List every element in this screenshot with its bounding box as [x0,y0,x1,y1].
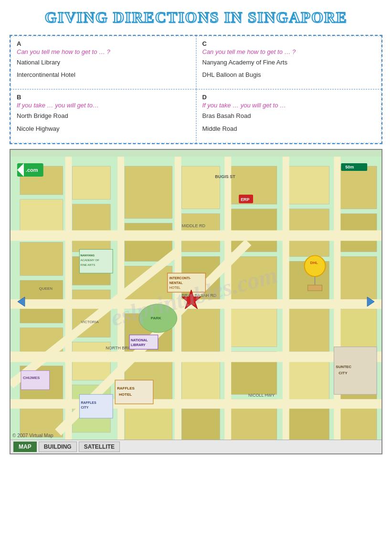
svg-text:ERP: ERP [241,197,249,202]
cell-d: D If you take … you will get to … Bras B… [196,89,382,143]
cell-c-item-1: Nanyang Academy of Fine Arts [202,58,376,67]
svg-text:RAFFLES: RAFFLES [81,401,96,404]
svg-text:MIDDLE RD: MIDDLE RD [182,223,206,228]
svg-rect-37 [286,404,329,442]
svg-text:.com: .com [26,167,38,173]
cell-a-question: Can you tell me how to get to … ? [17,48,190,55]
map-svg: MIDDLE RD BRAS BASAH RD NORTH BRIDGE RD … [11,150,381,453]
svg-text:HOTEL: HOTEL [119,392,132,397]
exercise-grid: A Can you tell me how to get to … ? Nati… [10,35,382,144]
svg-rect-24 [182,356,220,404]
svg-rect-20 [182,166,220,209]
svg-text:CITY: CITY [81,406,88,409]
svg-rect-14 [125,166,172,219]
svg-text:LIBRARY: LIBRARY [131,343,146,346]
svg-rect-15 [125,223,172,261]
map-container[interactable]: MIDDLE RD BRAS BASAH RD NORTH BRIDGE RD … [10,149,382,454]
svg-rect-9 [73,204,111,252]
svg-rect-3 [20,242,63,275]
map-copyright: © 2007 Virtual Map [12,433,53,438]
svg-text:NANYANG: NANYANG [80,254,95,257]
svg-rect-40 [339,256,377,304]
svg-text:NICOLL HWY: NICOLL HWY [248,393,275,398]
cell-d-label: D [202,94,376,101]
svg-rect-38 [339,166,377,209]
svg-text:RAFFLES: RAFFLES [117,386,135,390]
cell-d-item-2: Middle Road [202,125,376,133]
svg-text:INTERCONTI-: INTERCONTI- [170,276,191,280]
cell-c: C Can you tell me how to get to … ? Nany… [196,36,382,89]
svg-rect-29 [229,309,277,347]
svg-text:CITY: CITY [339,371,348,375]
svg-rect-25 [182,409,220,442]
cell-b-question: If you take … you will get to… [17,102,190,109]
cell-a-item-1: National Library [17,58,190,67]
svg-rect-32 [286,166,329,204]
svg-text:SUNTEC: SUNTEC [336,365,351,369]
map-controls: MAP BUILDING SATELLITE [11,440,381,453]
svg-rect-53 [334,157,340,442]
svg-text:BUGIS ST: BUGIS ST [215,174,235,179]
svg-rect-23 [182,309,220,352]
svg-text:CHIJMES: CHIJMES [23,376,40,380]
cell-a: A Can you tell me how to get to … ? Nati… [11,36,196,89]
svg-text:VICTORIA: VICTORIA [81,320,99,324]
svg-point-70 [305,255,326,276]
map-button-satellite[interactable]: SATELLITE [79,442,120,452]
svg-text:ACADEMY OF: ACADEMY OF [80,259,99,262]
svg-rect-36 [286,356,329,399]
title-area: GIVING DIRECTIONS IN SINGAPORE [0,0,392,31]
svg-text:NENTAL: NENTAL [170,281,183,284]
cell-b-item-1: North Bridge Road [17,112,190,120]
cell-b-label: B [17,94,190,101]
cell-b: B If you take … you will get to… North B… [11,89,196,143]
svg-rect-27 [229,209,277,252]
cell-c-item-2: DHL Balloon at Bugis [202,71,376,79]
svg-text:FINE ARTS: FINE ARTS [80,263,95,266]
cell-d-item-1: Bras Basah Road [202,112,376,120]
svg-rect-66 [129,335,158,349]
cell-a-item-2: Intercontinental Hotel [17,71,190,79]
cell-a-label: A [17,40,190,47]
svg-rect-48 [65,157,72,442]
svg-rect-43 [339,404,377,442]
svg-rect-41 [339,309,377,347]
svg-rect-8 [73,166,111,200]
cell-c-question: Can you tell me how to get to … ? [202,48,376,55]
map-button-building[interactable]: BUILDING [39,442,77,452]
svg-text:50m: 50m [345,165,354,169]
cell-d-question: If you take … you will get to … [202,102,376,109]
svg-rect-52 [283,157,289,442]
svg-text:NATIONAL: NATIONAL [131,338,148,341]
svg-text:DHL: DHL [310,261,318,265]
page-title: GIVING DIRECTIONS IN SINGAPORE [45,9,347,26]
map-button-map[interactable]: MAP [13,442,37,452]
svg-rect-73 [308,285,322,291]
svg-text:QUEEN: QUEEN [39,286,53,291]
svg-rect-35 [286,304,329,352]
cell-b-item-2: Nicole Highway [17,125,190,133]
cell-c-label: C [202,40,376,47]
svg-rect-19 [125,404,172,442]
